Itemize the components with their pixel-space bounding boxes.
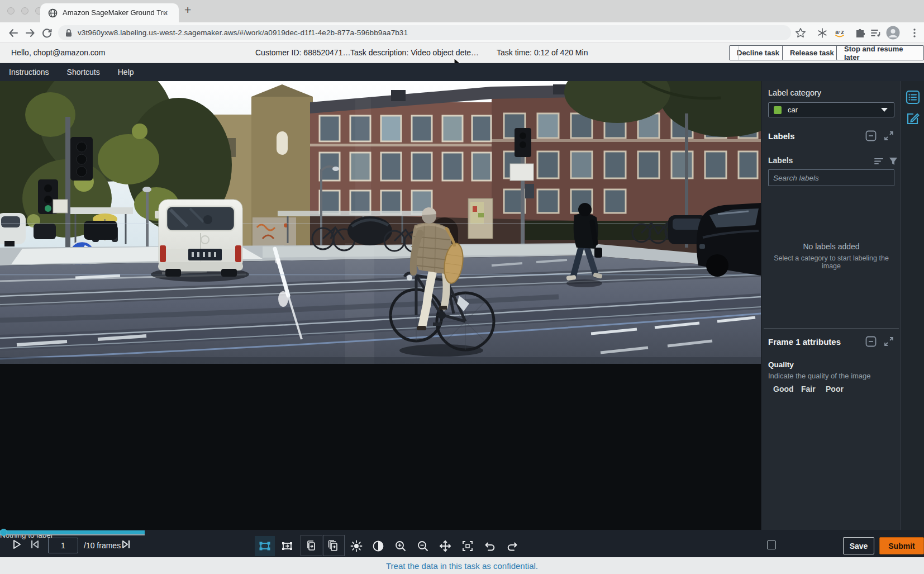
menu-instructions[interactable]: Instructions [0, 63, 58, 81]
label-category-title: Label category [768, 88, 821, 97]
customer-id: Customer ID: 688520471… [255, 48, 350, 57]
search-labels-input[interactable] [768, 169, 894, 186]
collapse-section-icon[interactable] [865, 130, 877, 141]
quality-title: Quality [768, 360, 794, 369]
release-task-button[interactable]: Release task [782, 45, 842, 60]
macos-minimize-button[interactable] [21, 7, 28, 15]
header-separator [738, 46, 739, 60]
scrubber-handle[interactable] [0, 529, 7, 536]
quality-fair-button[interactable]: Fair [801, 385, 816, 393]
label-list-view-icon[interactable] [906, 90, 920, 105]
reload-icon[interactable] [40, 26, 54, 40]
edit-attributes-icon[interactable] [906, 111, 920, 126]
back-icon[interactable] [7, 26, 20, 40]
scrubber-track[interactable] [0, 534, 145, 535]
pan-tool[interactable] [435, 536, 455, 556]
labels-section-title: Labels [768, 131, 795, 141]
task-description[interactable]: Task description: Video object dete… [350, 48, 479, 57]
browser-toolbar: v3t960yxw8.labeling.us-west-2.sagemaker.… [0, 22, 924, 43]
chrome-menu-icon[interactable] [908, 27, 921, 39]
forward-icon[interactable] [23, 26, 37, 40]
amazon-extension-icon[interactable]: a·z [833, 27, 846, 39]
total-frames-label: /10 frames [84, 541, 121, 550]
url-text: v3t960yxw8.labeling.us-west-2.sagemaker.… [78, 29, 408, 37]
expand-attributes-icon[interactable] [883, 336, 894, 347]
redo-button[interactable] [502, 536, 522, 556]
frame-attributes-title: Frame 1 attributes [768, 337, 841, 347]
predict-next-box-tool[interactable] [277, 536, 297, 556]
white-van [151, 200, 249, 282]
playback-toolbar: /10 frames [0, 530, 924, 557]
fit-to-screen-tool[interactable] [458, 536, 478, 556]
labels-list-title: Labels [768, 156, 793, 165]
quality-good-button[interactable]: Good [773, 385, 794, 393]
url-bar[interactable]: v3t960yxw8.labeling.us-west-2.sagemaker.… [58, 25, 791, 40]
play-button[interactable] [10, 538, 23, 551]
draw-box-tool[interactable] [255, 536, 275, 556]
confidential-notice: Treat the data in this task as confident… [386, 561, 538, 571]
sort-icon[interactable] [873, 155, 884, 167]
panel-divider [764, 328, 899, 329]
label-category-dropdown[interactable]: car [768, 102, 894, 117]
contrast-tool[interactable] [368, 536, 388, 556]
app-menu-bar: Instructions Shortcuts Help [0, 63, 924, 81]
pinwheel-extension-icon[interactable] [816, 27, 828, 39]
bookmark-star-icon[interactable] [794, 27, 807, 39]
selected-category: car [788, 106, 798, 114]
stop-resume-button[interactable]: Stop and resume later [836, 45, 924, 60]
user-greeting: Hello, chopt@amazon.com [11, 48, 105, 57]
extensions-puzzle-icon[interactable] [854, 27, 866, 39]
svg-text:a·z: a·z [835, 29, 844, 35]
brightness-tool[interactable] [346, 536, 366, 556]
browser-tab[interactable]: Amazon SageMaker Ground Tru × [40, 3, 179, 22]
globe-icon [48, 8, 58, 18]
browser-tab-strip: Amazon SageMaker Ground Tru × + [0, 0, 924, 22]
filter-icon[interactable] [888, 155, 899, 167]
empty-labels-title: No labels added [761, 242, 901, 251]
save-button[interactable]: Save [843, 537, 874, 554]
labeling-side-panel: Label category car Labels Labels No labe… [761, 81, 901, 530]
labeling-canvas[interactable] [0, 81, 761, 530]
nothing-to-label-checkbox[interactable] [767, 540, 776, 549]
menu-shortcuts[interactable]: Shortcuts [58, 63, 109, 81]
skip-to-start-button[interactable] [28, 538, 41, 551]
current-frame-input[interactable] [48, 538, 78, 553]
confidential-footer: Treat the data in this task as confident… [0, 557, 924, 574]
undo-button[interactable] [480, 536, 500, 556]
video-frame-image[interactable] [0, 81, 761, 364]
quality-hint: Indicate the quality of the image [768, 372, 871, 380]
skip-to-end-button[interactable] [120, 538, 133, 551]
submit-button[interactable]: Submit [879, 537, 924, 554]
macos-close-button[interactable] [7, 7, 15, 15]
lock-icon [65, 29, 73, 37]
new-tab-button[interactable]: + [184, 3, 191, 17]
menu-help[interactable]: Help [109, 63, 143, 81]
zoom-out-tool[interactable] [413, 536, 433, 556]
category-color-swatch [774, 106, 782, 114]
scrubber-loaded-bar[interactable] [0, 530, 145, 534]
chevron-down-icon [881, 108, 888, 112]
collapse-attributes-icon[interactable] [865, 336, 877, 347]
zoom-in-tool[interactable] [390, 536, 411, 556]
quality-poor-button[interactable]: Poor [826, 385, 844, 393]
copy-to-next-frame-tool[interactable] [301, 536, 321, 556]
copy-to-all-frames-tool[interactable] [323, 536, 343, 556]
empty-labels-hint: Select a category to start labeling the … [765, 254, 898, 270]
task-time: Task time: 0:12 of 420 Min [497, 48, 588, 57]
tab-close-icon[interactable]: × [163, 8, 168, 17]
profile-avatar[interactable] [886, 26, 900, 40]
reading-list-icon[interactable] [869, 27, 882, 39]
expand-section-icon[interactable] [883, 130, 894, 141]
view-toggle-strip [901, 81, 924, 530]
